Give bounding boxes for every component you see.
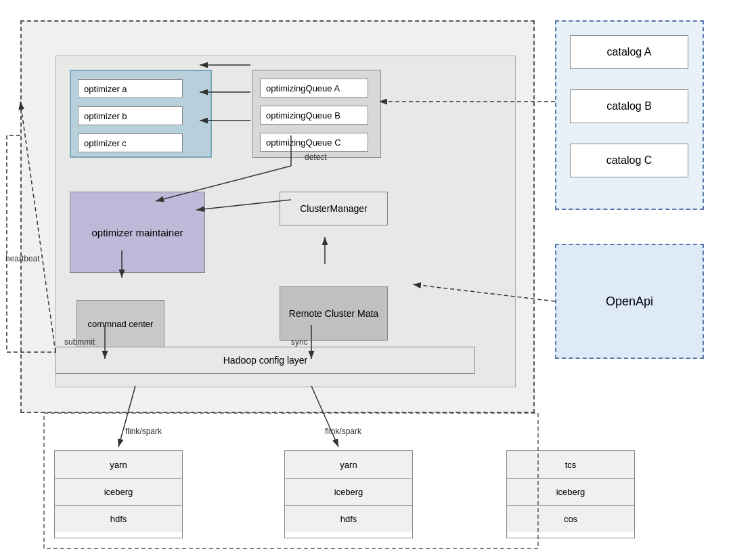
cluster-3-row-2: iceberg: [507, 478, 634, 505]
optimizer-c-box: optimizer c: [78, 133, 183, 152]
optimizer-maintainer-label: optimizer maintainer: [91, 227, 183, 238]
cluster-1-row-3: hdfs: [55, 505, 182, 532]
command-center-label: commnad center: [88, 319, 154, 329]
bottom-cluster-2: yarn iceberg hdfs: [284, 450, 413, 538]
sync-label: sync: [291, 337, 308, 347]
openapi-label: OpenApi: [606, 295, 653, 309]
cluster-2-row-2: iceberg: [285, 478, 412, 505]
hadoop-layer-box: Hadoop config layer: [56, 347, 475, 374]
cluster-1-row-2: iceberg: [55, 478, 182, 505]
catalogs-box: catalog A catalog B catalog C: [555, 20, 704, 210]
submmmit-label: submmit: [64, 337, 95, 347]
catalog-b-label: catalog B: [606, 100, 652, 112]
queue-b-label: optimizingQueue B: [266, 110, 340, 121]
inner-gray-box: optimizer a optimizer b optimizer c opti…: [56, 56, 516, 387]
optimizer-c-label: optimizer c: [84, 138, 127, 148]
diagram-container: optimizer a optimizer b optimizer c opti…: [0, 0, 731, 560]
queue-a-label: optimizingQueue A: [266, 83, 340, 93]
bottom-cluster-3: tcs iceberg cos: [506, 450, 635, 538]
catalog-b-box: catalog B: [570, 89, 688, 123]
optimizer-b-label: optimizer b: [84, 111, 127, 121]
optimizer-b-box: optimizer b: [78, 106, 183, 125]
cluster-3-row-1: tcs: [507, 451, 634, 478]
heartbeat-label: heartbeat: [5, 254, 40, 263]
catalog-c-box: catalog C: [570, 144, 688, 177]
remote-cluster-box: Remote Cluster Mata: [280, 286, 388, 341]
catalog-c-label: catalog C: [606, 154, 652, 167]
optimizer-a-label: optimizer a: [84, 84, 127, 94]
cluster-manager-box: ClusterManager: [280, 192, 388, 225]
queue-c-label: optimizingQueue C: [266, 137, 341, 148]
catalog-a-box: catalog A: [570, 35, 688, 69]
cluster-2-row-1: yarn: [285, 451, 412, 478]
cluster-manager-label: ClusterManager: [300, 203, 368, 214]
optimizer-a-box: optimizer a: [78, 79, 183, 98]
bottom-cluster-1: yarn iceberg hdfs: [54, 450, 183, 538]
openapi-box: OpenApi: [555, 244, 704, 359]
cluster-1-row-1: yarn: [55, 451, 182, 478]
cluster-3-row-3: cos: [507, 505, 634, 532]
queue-a-box: optimizingQueue A: [260, 79, 368, 98]
hadoop-layer-label: Hadoop config layer: [223, 355, 308, 366]
queue-c-box: optimizingQueue C: [260, 133, 368, 152]
main-outer-box: optimizer a optimizer b optimizer c opti…: [20, 20, 535, 413]
detect-label: detect: [305, 152, 327, 162]
flink-spark-left-label: flink/spark: [125, 427, 162, 436]
queue-b-box: optimizingQueue B: [260, 106, 368, 125]
flink-spark-right-label: flink/spark: [325, 427, 361, 436]
cluster-2-row-3: hdfs: [285, 505, 412, 532]
remote-cluster-label: Remote Cluster Mata: [289, 308, 378, 319]
catalog-a-label: catalog A: [607, 46, 652, 58]
queues-group: optimizingQueue A optimizingQueue B opti…: [252, 70, 381, 158]
optimizers-group: optimizer a optimizer b optimizer c: [70, 70, 212, 158]
optimizer-maintainer-box: optimizer maintainer: [70, 192, 205, 273]
